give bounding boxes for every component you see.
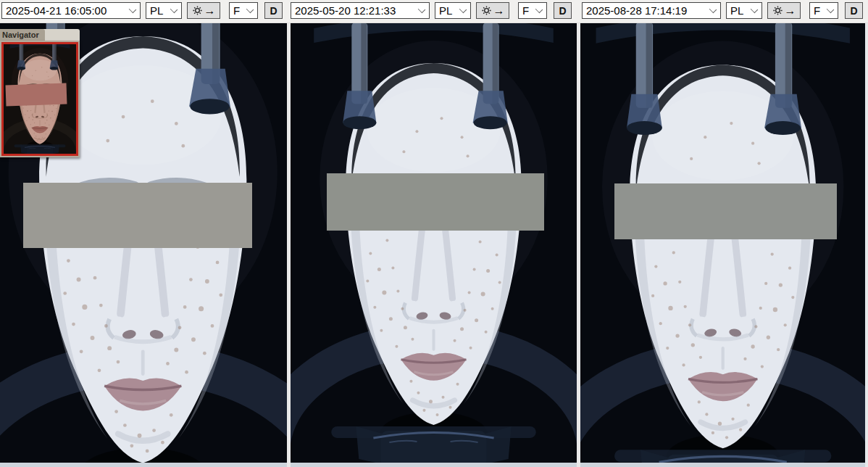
detail-button-label: D <box>270 5 277 17</box>
navigator-panel: Navigator <box>0 29 80 157</box>
privacy-censor-bar <box>614 183 837 239</box>
chevron-down-icon <box>827 5 834 12</box>
chevron-down-icon <box>129 5 136 12</box>
chevron-down-icon <box>459 5 467 12</box>
photo-bottom-edge <box>0 463 287 467</box>
lamp-icon <box>192 5 203 16</box>
capture-datetime-value: 2025-04-21 16:05:00 <box>6 4 107 17</box>
light-mode-value: PL <box>730 4 743 17</box>
arrow-right-icon: → <box>204 5 216 17</box>
chevron-down-icon <box>418 5 425 12</box>
detail-button-label: D <box>559 5 566 17</box>
photo-bottom-edge <box>580 463 867 467</box>
detail-button-label: D <box>850 5 857 17</box>
privacy-censor-bar <box>23 183 252 248</box>
navigator-titlebar: Navigator <box>0 29 80 41</box>
navigator-tab-label: Navigator <box>2 30 39 39</box>
chevron-down-icon <box>535 5 543 12</box>
capture-datetime-value: 2025-05-20 12:21:33 <box>295 4 396 17</box>
view-select-2[interactable]: F <box>518 2 547 19</box>
lamp-icon <box>772 5 783 16</box>
toolbar: 2025-04-21 16:05:00 PL → F <box>0 0 868 23</box>
apply-light-button-3[interactable]: → <box>767 2 801 19</box>
photo-panel-3[interactable] <box>580 22 867 467</box>
light-mode-select-2[interactable]: PL <box>435 2 471 19</box>
arrow-right-icon: → <box>493 5 505 17</box>
view-value: F <box>522 4 529 17</box>
view-select-3[interactable]: F <box>809 2 838 19</box>
chevron-down-icon <box>709 5 717 12</box>
chevron-down-icon <box>170 5 178 12</box>
chevron-down-icon <box>751 5 758 12</box>
arrow-right-icon: → <box>785 5 796 17</box>
detail-button-3[interactable]: D <box>845 2 863 19</box>
privacy-censor-bar <box>6 83 67 107</box>
navigator-thumbnail[interactable] <box>1 42 78 156</box>
face-photo-3[interactable] <box>580 22 867 467</box>
view-select-1[interactable]: F <box>229 2 258 19</box>
detail-button-1[interactable]: D <box>264 2 283 19</box>
photo-panel-2[interactable] <box>291 22 577 467</box>
capture-datetime-select-3[interactable]: 2025-08-28 17:14:19 <box>582 2 721 19</box>
capture-datetime-value: 2025-08-28 17:14:19 <box>586 4 687 17</box>
toolbar-group-1: 2025-04-21 16:05:00 PL → F <box>1 2 283 19</box>
lamp-icon <box>481 5 492 16</box>
apply-light-button-2[interactable]: → <box>476 2 509 19</box>
navigator-tab[interactable]: Navigator <box>0 29 45 41</box>
image-stage <box>0 22 868 467</box>
photo-right-edge <box>865 22 867 467</box>
capture-datetime-select-1[interactable]: 2025-04-21 16:05:00 <box>1 2 141 19</box>
skin-analysis-compare-view: 2025-04-21 16:05:00 PL → F <box>0 0 868 467</box>
privacy-censor-bar <box>327 173 544 231</box>
view-value: F <box>233 4 240 17</box>
light-mode-value: PL <box>150 4 163 17</box>
face-photo-2[interactable] <box>291 22 577 467</box>
light-mode-value: PL <box>439 4 452 17</box>
light-mode-select-3[interactable]: PL <box>726 2 762 19</box>
toolbar-group-2: 2025-05-20 12:21:33 PL → F <box>291 2 572 19</box>
light-mode-select-1[interactable]: PL <box>146 2 182 19</box>
capture-datetime-select-2[interactable]: 2025-05-20 12:21:33 <box>291 2 430 19</box>
apply-light-button-1[interactable]: → <box>187 2 220 19</box>
toolbar-group-3: 2025-08-28 17:14:19 PL → F <box>582 2 863 19</box>
view-value: F <box>814 4 820 17</box>
chevron-down-icon <box>246 5 254 12</box>
photo-bottom-edge <box>291 463 577 467</box>
navigator-body <box>0 41 80 157</box>
detail-button-2[interactable]: D <box>554 2 572 19</box>
